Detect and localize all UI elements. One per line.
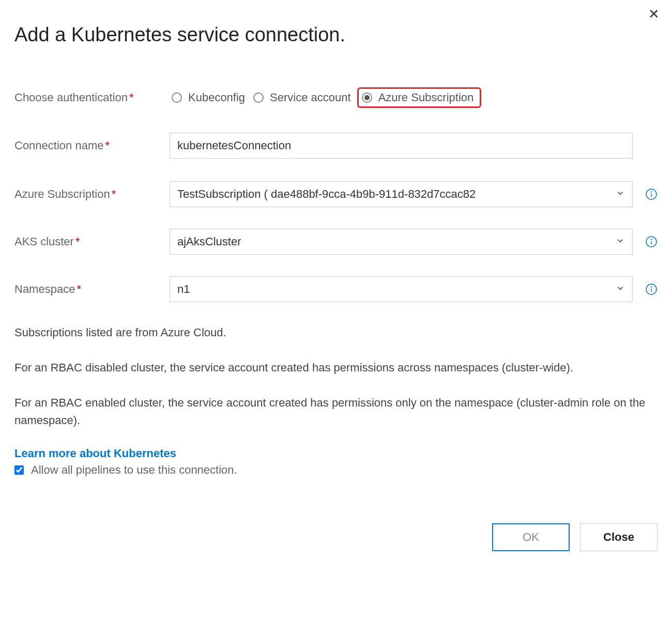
- radio-service-account[interactable]: Service account: [251, 88, 357, 107]
- chevron-down-icon: [616, 235, 625, 248]
- chevron-down-icon: [616, 188, 625, 201]
- radio-azure-subscription[interactable]: Azure Subscription: [357, 87, 482, 108]
- info-line-3: For an RBAC enabled cluster, the service…: [14, 394, 658, 429]
- info-line-2: For an RBAC disabled cluster, the servic…: [14, 359, 658, 377]
- namespace-row: Namespace* n1: [14, 276, 658, 302]
- azure-subscription-value: TestSubscription ( dae488bf-9cca-4b9b-91…: [177, 188, 476, 201]
- azure-subscription-row: Azure Subscription* TestSubscription ( d…: [14, 181, 658, 207]
- auth-label-text: Choose authentication: [14, 91, 128, 104]
- info-icon[interactable]: [645, 236, 658, 248]
- ok-button[interactable]: OK: [492, 523, 570, 551]
- radio-service-account-label: Service account: [270, 91, 351, 104]
- radio-kubeconfig[interactable]: Kubeconfig: [170, 88, 251, 107]
- auth-label: Choose authentication*: [14, 91, 170, 104]
- svg-point-8: [651, 287, 652, 287]
- radio-azure-subscription-label: Azure Subscription: [378, 91, 474, 104]
- auth-row: Choose authentication* Kubeconfig Servic…: [14, 87, 658, 108]
- namespace-value: n1: [177, 283, 190, 296]
- namespace-label-text: Namespace: [14, 283, 75, 295]
- auth-radio-group: Kubeconfig Service account Azure Subscri…: [170, 87, 481, 108]
- required-marker: *: [77, 283, 81, 295]
- info-line-1: Subscriptions listed are from Azure Clou…: [14, 324, 658, 341]
- info-icon[interactable]: [645, 283, 658, 295]
- aks-cluster-select[interactable]: ajAksCluster: [170, 229, 633, 255]
- azure-subscription-label-text: Azure Subscription: [14, 188, 110, 200]
- radio-icon: [172, 92, 182, 103]
- radio-icon: [253, 92, 264, 103]
- azure-subscription-select[interactable]: TestSubscription ( dae488bf-9cca-4b9b-91…: [170, 181, 633, 207]
- namespace-label: Namespace*: [14, 283, 170, 296]
- close-button[interactable]: Close: [580, 523, 658, 551]
- required-marker: *: [112, 188, 116, 200]
- required-marker: *: [129, 91, 134, 104]
- connection-name-label: Connection name*: [14, 139, 170, 152]
- svg-point-2: [651, 192, 652, 192]
- info-icon[interactable]: [645, 188, 658, 200]
- radio-kubeconfig-label: Kubeconfig: [188, 91, 245, 104]
- aks-cluster-row: AKS cluster* ajAksCluster: [14, 229, 658, 255]
- dialog-title: Add a Kubernetes service connection.: [14, 24, 658, 46]
- aks-cluster-value: ajAksCluster: [177, 235, 241, 248]
- close-icon[interactable]: ✕: [648, 7, 660, 21]
- required-marker: *: [75, 235, 80, 248]
- connection-name-input[interactable]: [170, 133, 633, 159]
- info-text-block: Subscriptions listed are from Azure Clou…: [14, 324, 658, 429]
- required-marker: *: [105, 139, 110, 152]
- chevron-down-icon: [616, 283, 625, 296]
- button-row: OK Close: [14, 523, 658, 551]
- svg-point-5: [651, 239, 652, 240]
- aks-cluster-label-text: AKS cluster: [14, 235, 74, 248]
- allow-pipelines-checkbox[interactable]: [14, 465, 24, 475]
- azure-subscription-label: Azure Subscription*: [14, 188, 170, 201]
- learn-more-link[interactable]: Learn more about Kubernetes: [14, 447, 176, 460]
- radio-icon: [362, 92, 372, 103]
- allow-pipelines-row: Allow all pipelines to use this connecti…: [14, 463, 658, 477]
- connection-name-label-text: Connection name: [14, 139, 103, 152]
- connection-name-row: Connection name*: [14, 133, 658, 159]
- aks-cluster-label: AKS cluster*: [14, 235, 170, 248]
- allow-pipelines-label: Allow all pipelines to use this connecti…: [31, 463, 237, 477]
- namespace-select[interactable]: n1: [170, 276, 633, 302]
